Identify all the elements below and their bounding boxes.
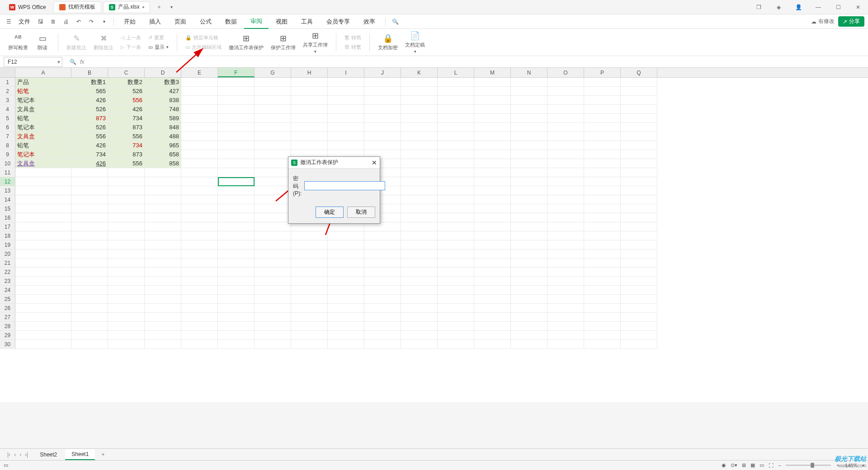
- cell[interactable]: 426: [71, 159, 108, 168]
- cell[interactable]: [328, 340, 364, 349]
- cell[interactable]: [218, 268, 255, 277]
- cell[interactable]: [547, 222, 584, 231]
- cell[interactable]: 873: [108, 123, 145, 132]
- cell[interactable]: [621, 150, 657, 159]
- cell[interactable]: [511, 304, 547, 313]
- cell[interactable]: [328, 78, 364, 87]
- cell[interactable]: [621, 222, 657, 231]
- cell[interactable]: [255, 78, 291, 87]
- cell[interactable]: [71, 222, 108, 231]
- cell[interactable]: [621, 132, 657, 141]
- cell[interactable]: [218, 304, 255, 313]
- cell[interactable]: [328, 258, 364, 268]
- cell[interactable]: 文具盒: [15, 159, 71, 168]
- cell[interactable]: [15, 331, 71, 340]
- cell[interactable]: [145, 249, 181, 258]
- cell[interactable]: [255, 240, 291, 249]
- cell[interactable]: [474, 268, 511, 277]
- window-copy-icon[interactable]: ❐: [752, 1, 765, 14]
- cell[interactable]: [255, 213, 291, 222]
- finalize-button[interactable]: 📄文档定稿▾: [402, 30, 428, 55]
- cell[interactable]: [71, 258, 108, 268]
- cell[interactable]: [108, 249, 145, 258]
- cell[interactable]: [364, 132, 401, 141]
- share-button[interactable]: ↗ 分享: [838, 16, 864, 27]
- cell[interactable]: [511, 231, 547, 240]
- cell[interactable]: [181, 159, 218, 168]
- minimize-button[interactable]: —: [812, 1, 825, 14]
- cell[interactable]: [71, 331, 108, 340]
- cell[interactable]: [511, 286, 547, 295]
- cell[interactable]: [108, 222, 145, 231]
- cell[interactable]: [255, 304, 291, 313]
- cell[interactable]: [291, 132, 328, 141]
- cell[interactable]: [108, 277, 145, 286]
- cell[interactable]: [291, 268, 328, 277]
- cell[interactable]: [584, 340, 621, 349]
- dialog-titlebar[interactable]: S 撤消工作表保护 ✕: [288, 157, 380, 169]
- column-header[interactable]: O: [547, 68, 584, 77]
- cell[interactable]: [364, 141, 401, 150]
- cell[interactable]: [474, 195, 511, 204]
- cell[interactable]: [218, 177, 255, 186]
- row-header[interactable]: 13: [0, 186, 15, 195]
- cell[interactable]: [511, 258, 547, 268]
- select-all-corner[interactable]: [0, 68, 15, 77]
- cell[interactable]: [401, 231, 438, 240]
- cell[interactable]: 笔记本: [15, 123, 71, 132]
- cell[interactable]: [584, 168, 621, 177]
- cell[interactable]: [584, 268, 621, 277]
- cell[interactable]: 658: [145, 150, 181, 159]
- avatar-icon[interactable]: 👤: [792, 1, 805, 14]
- cell[interactable]: [291, 78, 328, 87]
- cell[interactable]: [181, 249, 218, 258]
- cell[interactable]: [218, 186, 255, 195]
- search-icon[interactable]: 🔍: [70, 59, 76, 65]
- cell[interactable]: [438, 132, 474, 141]
- cell[interactable]: [71, 204, 108, 213]
- zoom-slider[interactable]: [786, 465, 831, 466]
- cell[interactable]: [511, 132, 547, 141]
- cell[interactable]: [621, 123, 657, 132]
- cell[interactable]: [15, 222, 71, 231]
- row-header[interactable]: 4: [0, 105, 15, 114]
- cell[interactable]: [511, 295, 547, 304]
- cell[interactable]: [364, 322, 401, 331]
- cell[interactable]: [511, 313, 547, 322]
- cell[interactable]: [511, 195, 547, 204]
- cell[interactable]: [474, 222, 511, 231]
- cell[interactable]: [15, 186, 71, 195]
- cell[interactable]: [474, 304, 511, 313]
- cell[interactable]: [255, 204, 291, 213]
- column-header[interactable]: Q: [621, 68, 657, 77]
- cell[interactable]: [255, 340, 291, 349]
- share-workbook-button[interactable]: ⊞共享工作簿▾: [300, 30, 330, 55]
- cell[interactable]: [71, 322, 108, 331]
- cell[interactable]: [71, 304, 108, 313]
- cell[interactable]: [364, 87, 401, 96]
- cell[interactable]: [181, 177, 218, 186]
- cell[interactable]: [218, 123, 255, 132]
- cell[interactable]: [621, 141, 657, 150]
- cell[interactable]: [291, 340, 328, 349]
- cell[interactable]: [218, 249, 255, 258]
- cell[interactable]: 556: [108, 159, 145, 168]
- cell[interactable]: [218, 222, 255, 231]
- cell[interactable]: [621, 231, 657, 240]
- zoom-out-button[interactable]: −: [778, 463, 781, 468]
- tab-add-button[interactable]: ＋: [154, 2, 165, 13]
- cell[interactable]: [401, 240, 438, 249]
- cell[interactable]: [511, 240, 547, 249]
- menu-tab-member[interactable]: 会员专享: [320, 14, 356, 29]
- cell[interactable]: [218, 258, 255, 268]
- cell[interactable]: [328, 231, 364, 240]
- cell[interactable]: [511, 96, 547, 105]
- cell[interactable]: [15, 177, 71, 186]
- cell[interactable]: [364, 258, 401, 268]
- cell[interactable]: [255, 268, 291, 277]
- cell[interactable]: [401, 159, 438, 168]
- cell[interactable]: [621, 96, 657, 105]
- cell[interactable]: [584, 240, 621, 249]
- cell[interactable]: [15, 277, 71, 286]
- cell[interactable]: [584, 123, 621, 132]
